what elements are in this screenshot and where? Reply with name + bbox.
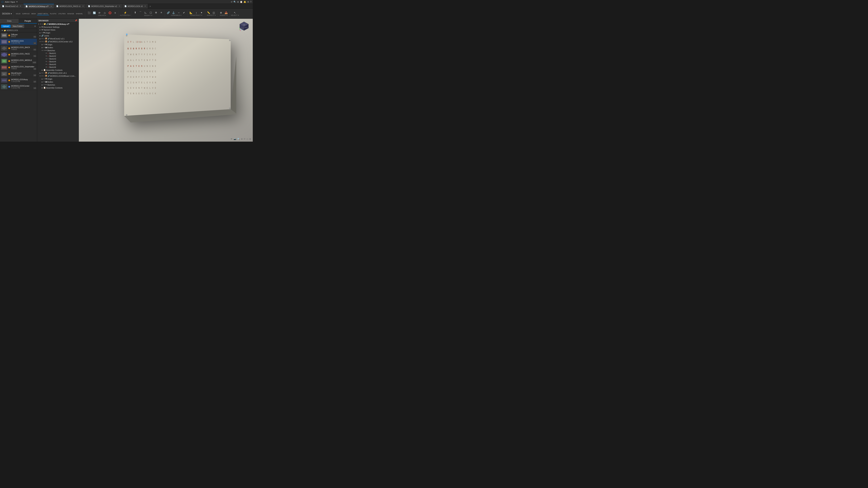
tree-origin-1[interactable]: ▶ 👁 ✚ Origin (37, 31, 79, 34)
tree-sketch5[interactable]: 👁 ⚠ Sketch5 (37, 63, 79, 66)
search-icon[interactable]: 🔍 (234, 1, 236, 3)
create-sweep-btn[interactable]: ⟳ (97, 11, 102, 14)
tab-wordclockassy-close[interactable]: ✕ (51, 5, 52, 7)
tab-wordclockstripholder[interactable]: 📄 WORDCLOCK_StripHolder v2 ✕ (86, 4, 122, 8)
tree-sketch1[interactable]: 👁 ⚠ Sketch1 (37, 52, 79, 55)
upload-button[interactable]: Upload (1, 25, 10, 28)
create-revolve-btn[interactable]: 🔄 (92, 11, 97, 14)
create-loft-btn[interactable]: ◇ (102, 11, 107, 14)
shwivel-tab[interactable]: SHWIVEL (75, 12, 84, 15)
utilities-tab[interactable]: UTILITIES (58, 12, 66, 15)
create-hole-btn[interactable]: ⭕ (107, 11, 112, 14)
vp-zoom-icon[interactable]: 🔍 (237, 138, 240, 140)
user-chevron[interactable]: ▾ (17, 1, 18, 3)
tree-sketch6[interactable]: 👁 ⚠ Sketch6 (37, 66, 79, 69)
tree-diffuser-sketches[interactable]: ▶ 👁 ✏ Sketches (37, 83, 79, 86)
assemble-enable-btn[interactable]: ✔ (182, 11, 186, 14)
tree-assembly-contexts-1[interactable]: ▶ 📋 Assembly Contexts (37, 69, 79, 71)
tree-wordclockcenter-instance[interactable]: ▼ 👁 ☀ 📦 🔗 WORDCLOCKCenter v3:2 (37, 40, 79, 43)
tree-named-views[interactable]: ▶ 👁 Named Views (37, 29, 79, 31)
insert-mcmaster-btn[interactable]: 📥 (224, 11, 229, 14)
tree-sketch3[interactable]: 👁 ✏ Sketch3 (37, 58, 79, 60)
tree-visibility-icon[interactable]: 👁 (40, 23, 41, 25)
assemble-rigid-btn[interactable]: ⚓ (171, 11, 176, 14)
sidebar-expand-icon[interactable]: ▼ (1, 30, 3, 31)
construct-plane-btn[interactable]: 📐 (189, 11, 193, 14)
tree-wordclock2-instance[interactable]: ▶ 👁 ☀ 📦 🔗 WordClock2 v2:1 (37, 37, 79, 40)
vp-shading-icon[interactable]: ◻ (247, 138, 248, 140)
sheet-metal-tab[interactable]: SHEET METAL (37, 12, 49, 15)
modify-chamfer-btn[interactable]: ◺ (143, 11, 148, 14)
sidebar-tab-data[interactable]: Data (0, 19, 19, 24)
tree-joints[interactable]: ▶ 🔗 Joints (37, 34, 79, 37)
tree-diffuser-origin[interactable]: ▶ 👁 ✚ Origin (37, 77, 79, 80)
tab-wordclockface[interactable]: 📄 WORDCLOCK_FACE v1 ✕ (54, 4, 86, 8)
modify-fillet-btn[interactable]: ⌒ (138, 11, 143, 14)
modify-press-pull-btn[interactable]: ⬆ (133, 11, 138, 14)
tree-light-icon[interactable]: ☀ (42, 23, 43, 25)
refresh-icon[interactable]: ↺ (231, 1, 232, 3)
select-btn[interactable]: ↖ (232, 11, 237, 14)
insert-svg-btn[interactable]: ⊕ (219, 11, 223, 14)
tabs-add[interactable]: + (148, 4, 152, 8)
surface-tab[interactable]: SURFACE (22, 12, 30, 15)
grid-icon[interactable]: ⊞ (237, 1, 239, 3)
file-item-wordclock-face[interactable]: WORDCLOCK_FACE 8/6/23 V1 (0, 52, 37, 58)
tab-wordclockv5-close[interactable]: ✕ (145, 5, 146, 7)
assemble-joint-btn[interactable]: 🔗 (166, 11, 171, 14)
modify-more-btn[interactable]: ≡ (159, 11, 164, 14)
design-dropdown[interactable]: DESIGN ▾ (1, 9, 13, 19)
document-icon[interactable]: 📋 (240, 1, 243, 3)
file-item-diffuser[interactable]: Diffuser 8/9/23 V1 (0, 32, 37, 39)
file-item-wordclock2[interactable]: WC WordClock2 6:40:27 PM V2 (0, 71, 37, 77)
modify-scale-btn[interactable]: ⊕ (154, 11, 158, 14)
modify-shell-btn[interactable]: ▢ (148, 11, 153, 14)
plastic-tab[interactable]: PLASTIC (49, 12, 57, 15)
inspect-section-btn[interactable]: ◫ (212, 11, 216, 14)
file-item-wordclock[interactable]: WORDCLOCK 7:09:48 PM V5 (0, 39, 37, 45)
construct-point-btn[interactable]: ✦ (199, 11, 204, 14)
construct-axis-btn[interactable]: ↕ (194, 11, 199, 14)
manage-tab[interactable]: MANAGE (67, 12, 75, 15)
vp-orbit-icon[interactable]: ⟳ (244, 138, 245, 140)
file-item-wordclockassy[interactable]: WORDCLOCKAssy 7:14:23 PM V7 (0, 77, 37, 84)
viewport[interactable]: I T L I S A S T I M E A C Q U A R T E R … (79, 19, 253, 141)
file-item-wordclock-back[interactable]: WORDCLOCK_BACK 7/30/23 V1 (0, 45, 37, 52)
create-more-btn[interactable]: ≡ (113, 11, 118, 14)
tree-diffuser-bodies[interactable]: ▶ 👁 ◼ Bodies (37, 80, 79, 83)
tab-wordclock2-close[interactable]: ✕ (20, 5, 21, 7)
file-item-wordclock-middle[interactable]: WORDCLOCK_MIDDLE 3/28/24 V10 (0, 58, 37, 64)
inspect-measure-btn[interactable]: 📏 (206, 11, 211, 14)
notification-icon[interactable]: 🔔 (244, 1, 246, 3)
vp-grid-icon[interactable]: ⊞ (249, 138, 251, 140)
tree-center-bodies[interactable]: ▶ 👁 ◼ Bodies (37, 46, 79, 49)
file-item-stripeholder[interactable]: WORDCLOCK_StripHolder 7/30/23 V2 (0, 64, 37, 71)
help-icon[interactable]: ? (250, 1, 251, 3)
tree-center-origin[interactable]: ▶ 👁 ✚ Origin (37, 43, 79, 46)
vp-fit-icon[interactable]: 👁 (230, 138, 232, 140)
automate-btn[interactable]: ⚡ (123, 11, 128, 14)
vp-pan-icon[interactable]: ⊕ (241, 138, 243, 140)
tab-wordclock2[interactable]: 📄 WordClock2 v2 ✕ (0, 4, 24, 8)
tab-wordclockassy[interactable]: 📄 WORDCLOCKAssy v7* ✕ (24, 4, 54, 8)
tab-wordclockstripholder-close[interactable]: ✕ (119, 5, 120, 7)
tree-center-sketches[interactable]: ▼ 👁 ✏ Sketches (37, 49, 79, 52)
tree-sketch4[interactable]: 👁 ⚠ Sketch4 (37, 60, 79, 63)
user-name[interactable]: Aiden Vigue (5, 1, 15, 3)
mesh-tab[interactable]: MESH (31, 12, 37, 15)
assemble-motion-btn[interactable]: ↔ (176, 11, 181, 14)
sidebar-tab-people[interactable]: People (19, 19, 37, 24)
tree-sketch2[interactable]: 👁 ⚠ Sketch2 (37, 55, 79, 58)
tab-wordclockv5[interactable]: 📄 WORDCLOCK v5 ✕ (122, 4, 148, 8)
solid-tab[interactable]: SOLID (15, 12, 21, 15)
vp-camera-icon[interactable]: 📷 (234, 138, 236, 140)
tree-diffuser-instance[interactable]: ▼ 👁 ☀ 📦 🔗 WORDCLOCKDiffuser:1 (Un... (37, 74, 79, 77)
tree-root[interactable]: ▼ 👁 ☀ 📁 🔗 WORDCLOCKAssy v7* (37, 23, 79, 26)
new-folder-button[interactable]: New Folder (11, 25, 24, 28)
tab-wordclockface-close[interactable]: ✕ (82, 5, 84, 7)
tree-document-settings[interactable]: ▶ ⚙ Document Settings (37, 26, 79, 29)
view-cube[interactable]: TOP RIGHT FRONT (239, 21, 249, 31)
create-extrude-btn[interactable]: ⬛ (87, 11, 92, 14)
sidebar-settings-icon[interactable]: ⚙ (34, 25, 36, 27)
tree-wordclock-v5-instance[interactable]: ▶ 👁 ☀ 📦 🔗 WORDCLOCK v5:1 (37, 71, 79, 74)
